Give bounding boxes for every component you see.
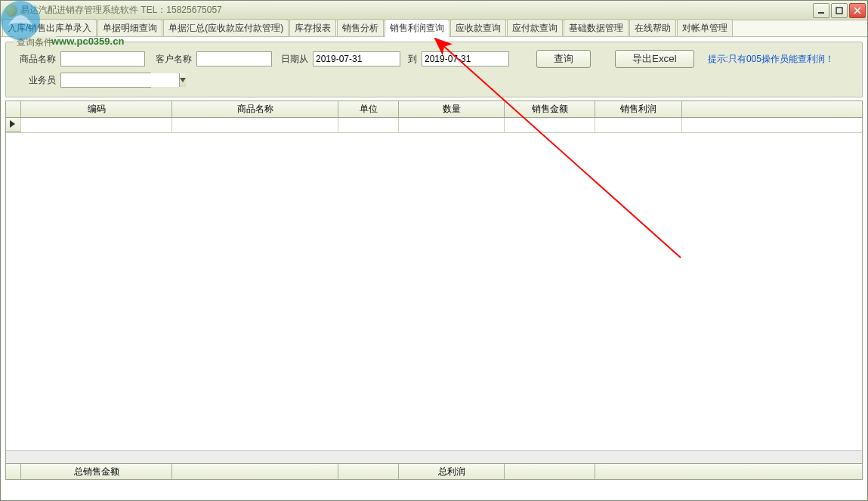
close-button[interactable] — [849, 3, 866, 18]
col-amount[interactable]: 销售金额 — [505, 101, 595, 117]
table-row[interactable] — [6, 118, 862, 133]
maximize-icon — [836, 7, 843, 14]
app-icon — [5, 5, 17, 17]
col-profit[interactable]: 销售利润 — [595, 101, 682, 117]
current-row-indicator-icon — [10, 120, 15, 128]
salesman-dropdown-button[interactable] — [179, 73, 186, 87]
svg-rect-1 — [836, 8, 842, 14]
date-to-label: 到 — [405, 53, 417, 66]
query-button[interactable]: 查询 — [536, 50, 591, 68]
close-icon — [854, 7, 861, 14]
filter-legend: 查询条件 — [14, 36, 56, 49]
footer-spacer-1 — [338, 464, 399, 479]
minimize-icon — [817, 7, 825, 14]
hint-text: 提示:只有005操作员能查利润！ — [708, 53, 834, 66]
tabbar: 入库/销售出库单录入 单据明细查询 单据汇总(应收款应付款管理) 库存报表 销售… — [1, 20, 867, 37]
product-label: 商品名称 — [14, 53, 56, 66]
tab-sales-analysis[interactable]: 销售分析 — [337, 19, 384, 36]
date-to-input[interactable] — [422, 51, 509, 66]
data-grid[interactable]: 编码 商品名称 单位 数量 销售金额 销售利润 — [5, 101, 863, 463]
tab-profit-query[interactable]: 销售利润查询 — [385, 19, 449, 37]
footer-selector — [6, 464, 21, 479]
svg-rect-0 — [818, 12, 824, 14]
tab-detail-query[interactable]: 单据明细查询 — [97, 19, 162, 36]
tab-statement[interactable]: 对帐单管理 — [677, 19, 733, 36]
footer-spacer-2 — [595, 464, 862, 479]
row-selector-header — [6, 101, 21, 117]
tab-help[interactable]: 在线帮助 — [629, 19, 676, 36]
customer-label: 客户名称 — [150, 53, 192, 66]
total-sales-label: 总销售金额 — [21, 464, 172, 479]
date-from-input[interactable] — [313, 51, 400, 66]
product-input[interactable] — [60, 51, 145, 66]
totals-bar: 总销售金额 总利润 — [5, 463, 863, 480]
horizontal-scrollbar[interactable] — [6, 450, 862, 463]
tab-basedata[interactable]: 基础数据管理 — [564, 19, 629, 36]
tab-stock-report[interactable]: 库存报表 — [289, 19, 336, 36]
tab-entry[interactable]: 入库/销售出库单录入 — [2, 19, 97, 36]
salesman-input[interactable] — [61, 73, 179, 87]
tab-payable[interactable]: 应付款查询 — [507, 19, 563, 36]
col-name[interactable]: 商品名称 — [172, 101, 338, 117]
chevron-down-icon — [180, 78, 186, 82]
tab-receivable[interactable]: 应收款查询 — [450, 19, 506, 36]
total-profit-label: 总利润 — [399, 464, 505, 479]
minimize-button[interactable] — [813, 3, 829, 18]
tab-summary[interactable]: 单据汇总(应收款应付款管理) — [163, 19, 289, 36]
grid-header: 编码 商品名称 单位 数量 销售金额 销售利润 — [6, 101, 862, 118]
watermark-url: www.pc0359.cn — [51, 36, 124, 47]
window-title: 易达汽配进销存管理系统软件 TEL：15825675057 — [20, 4, 813, 17]
date-from-label: 日期从 — [276, 53, 308, 66]
titlebar: 易达汽配进销存管理系统软件 TEL：15825675057 — [1, 1, 867, 20]
col-unit[interactable]: 单位 — [338, 101, 399, 117]
customer-input[interactable] — [196, 51, 272, 66]
col-qty[interactable]: 数量 — [399, 101, 505, 117]
app-window: 易达汽配进销存管理系统软件 TEL：15825675057 入库/销售出库单录入… — [0, 0, 868, 501]
maximize-button[interactable] — [831, 3, 848, 18]
filter-groupbox: 查询条件 www.pc0359.cn 商品名称 客户名称 日期从 到 查询 导出… — [5, 42, 863, 97]
salesman-combo[interactable] — [60, 73, 151, 88]
salesman-label: 业务员 — [14, 74, 56, 87]
export-button[interactable]: 导出Excel — [615, 50, 694, 68]
col-code[interactable]: 编码 — [21, 101, 172, 117]
total-profit-value — [505, 464, 595, 479]
total-sales-value — [172, 464, 338, 479]
